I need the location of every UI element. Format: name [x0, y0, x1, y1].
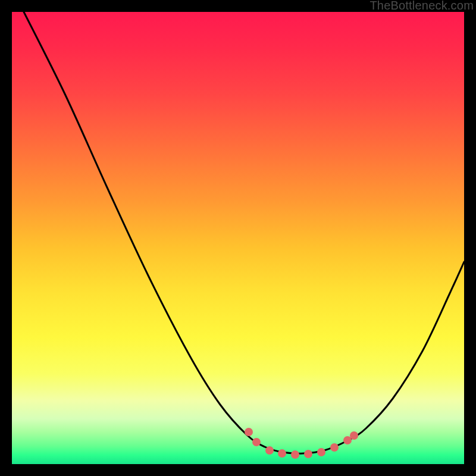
curve-marker	[304, 450, 312, 458]
watermark-text: TheBottleneck.com	[369, 0, 474, 12]
curve-marker	[317, 448, 325, 456]
curve-marker	[265, 446, 274, 455]
bottleneck-curve	[24, 12, 464, 453]
curve-marker	[330, 443, 339, 452]
curve-marker	[291, 450, 299, 459]
curve-marker	[350, 431, 358, 440]
curve-marker	[278, 449, 286, 458]
bottleneck-chart-svg	[12, 12, 464, 464]
chart-frame	[12, 12, 464, 464]
curve-marker	[245, 428, 253, 436]
curve-marker	[252, 438, 261, 446]
